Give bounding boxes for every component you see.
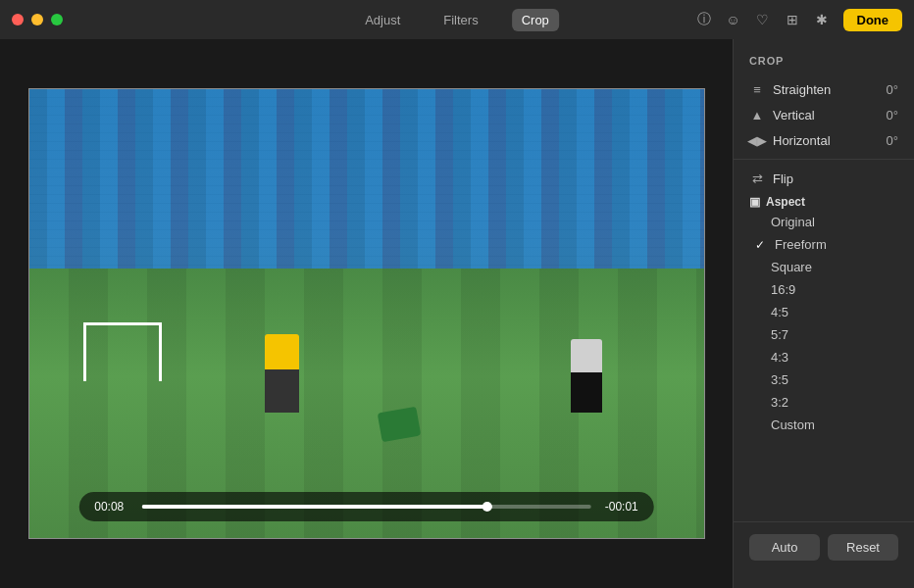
straighten-value: 0° [887,82,898,97]
heart-icon[interactable]: ♡ [755,12,771,27]
aspect-item-4-5[interactable]: 4:5 [734,301,914,323]
crop-icon[interactable]: ⊞ [785,12,800,27]
progress-bar[interactable] [141,505,591,509]
crop-panel-title: CROP [734,55,914,76]
tab-crop[interactable]: Crop [512,9,559,31]
progress-fill [141,505,492,509]
divider-1 [734,159,914,160]
aspect-item-5-7[interactable]: 5:7 [734,323,914,346]
right-panel: CROP ≡ Straighten 0° ▲ Vertical 0° ◀▶ Ho… [733,39,914,588]
player-1 [265,334,299,413]
panel-bottom: Auto Reset [734,521,914,572]
aspect-section: ▣ Aspect [734,191,914,211]
aspect-title: Aspect [766,195,805,209]
aspect-item-original[interactable]: Original [734,211,914,233]
tab-adjust[interactable]: Adjust [355,9,410,31]
aspect-item-square[interactable]: Square [734,256,914,278]
video-area: 00:08 -00:01 [0,39,733,588]
flip-row[interactable]: ⇄ Flip [734,166,914,191]
done-button[interactable]: Done [843,9,903,31]
vertical-icon: ▲ [749,107,765,122]
video-frame [28,88,705,539]
auto-button[interactable]: Auto [749,534,820,561]
player-3 [571,339,602,413]
flip-icon: ⇄ [749,171,765,186]
aspect-item-4-3[interactable]: 4:3 [734,346,914,368]
flip-label: Flip [773,172,793,186]
aspect-item-16-9[interactable]: 16:9 [734,278,914,301]
progress-thumb [482,502,492,512]
close-button[interactable] [12,14,24,25]
straighten-label: Straighten [773,82,831,97]
stadium-background [29,89,704,538]
main-content: 00:08 -00:01 CROP ≡ Straighten 0° ▲ Vert [0,39,914,588]
vertical-label: Vertical [773,108,815,122]
current-time: 00:08 [94,500,131,514]
maximize-button[interactable] [51,14,63,25]
horizontal-label: Horizontal [773,133,831,148]
video-controls: 00:08 -00:01 [78,492,654,521]
aspect-item-3-2[interactable]: 3:2 [734,391,914,414]
aspect-item-custom[interactable]: Custom [734,414,914,436]
tools-icon[interactable]: ✱ [814,12,830,27]
straighten-row[interactable]: ≡ Straighten 0° [734,76,914,102]
aspect-item-3-5[interactable]: 3:5 [734,368,914,391]
horizontal-icon: ◀▶ [749,132,765,148]
aspect-item-freeform[interactable]: Freeform [734,233,914,256]
video-container: 00:08 -00:01 [28,88,705,539]
stadium-seats [29,89,704,291]
horizontal-row[interactable]: ◀▶ Horizontal 0° [734,127,914,153]
minimize-button[interactable] [31,14,43,25]
tab-filters[interactable]: Filters [433,9,487,31]
vertical-row[interactable]: ▲ Vertical 0° [734,102,914,127]
aspect-icon: ▣ [749,195,760,209]
remaining-time: -00:01 [601,500,638,514]
vertical-value: 0° [887,108,898,122]
titlebar: Adjust Filters Crop ⓘ ☺ ♡ ⊞ ✱ Done [0,0,914,39]
face-icon[interactable]: ☺ [726,12,741,27]
nav-tabs: Adjust Filters Crop [355,9,559,31]
info-icon[interactable]: ⓘ [696,12,712,27]
goal-post [83,322,162,381]
window-controls [12,14,63,25]
titlebar-right: ⓘ ☺ ♡ ⊞ ✱ Done [696,9,903,31]
horizontal-value: 0° [887,133,898,148]
reset-button[interactable]: Reset [828,534,898,561]
straighten-icon: ≡ [749,81,765,97]
